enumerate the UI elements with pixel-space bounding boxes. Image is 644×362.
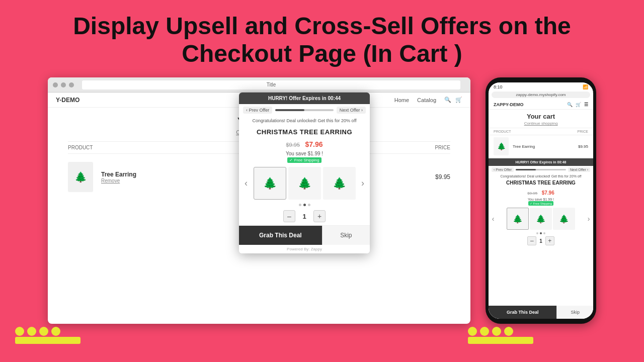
mobile-price-header: PRICE: [578, 130, 588, 133]
mobile-cart-title: Your cart: [489, 110, 593, 121]
yellow-bar-right: [468, 337, 533, 344]
mobile-popup-deal-text: Congratulations! Deal unlocked! Get this…: [489, 173, 593, 179]
carousel-img-1[interactable]: 🌲: [254, 167, 286, 200]
popup-original-price: $9.95: [286, 142, 300, 148]
browser-max-btn: [69, 82, 74, 87]
search-icon[interactable]: 🔍: [444, 97, 451, 103]
mobile-free-shipping-badge: ✓ Free Shipping: [528, 201, 553, 206]
prev-offer-btn[interactable]: ‹ Prev Offer: [243, 107, 272, 114]
mobile-upsell-popup: HURRY! Offer Expires in 00:48 ‹ Prev Off…: [489, 158, 593, 319]
mobile-carousel-next[interactable]: ›: [585, 215, 592, 223]
browser-url-bar[interactable]: Title: [82, 80, 460, 89]
popup-shipping: ✓ Free Shipping: [239, 156, 370, 164]
shop-nav-icons: 🔍 🛒: [444, 97, 462, 103]
carousel-img-2[interactable]: 🌲: [288, 167, 321, 200]
mobile-url-bar[interactable]: zappy-demo.myshopify.com: [492, 92, 590, 98]
mobile-dot-1: [536, 232, 538, 234]
mobile-item-image: 🌲: [494, 137, 509, 155]
popup-progress: [275, 109, 333, 111]
carousel-images: 🌲 🌲 🌲: [251, 167, 358, 200]
mobile-cart-table-header: PRODUCT PRICE: [489, 128, 593, 135]
next-offer-btn[interactable]: Next Offer ›: [337, 107, 366, 114]
popup-progress-fill: [275, 109, 304, 111]
dots-right: [468, 327, 513, 336]
mobile-time: 8:10: [494, 84, 503, 89]
carousel-dot-3: [308, 204, 310, 206]
mobile-prev-offer-btn[interactable]: ‹ Prev Offer: [492, 167, 514, 172]
mobile-carousel-images: 🌲 🌲 🌲: [497, 208, 585, 230]
skip-btn[interactable]: Skip: [322, 226, 370, 245]
qty-plus-btn[interactable]: +: [313, 210, 326, 222]
mobile-url-text: zappy-demo.myshopify.com: [516, 93, 566, 97]
mobile-popup-original-price: $9.95: [527, 191, 537, 196]
mobile-carousel-img-2[interactable]: 🌲: [530, 208, 552, 230]
mobile-dot-2: [540, 232, 542, 234]
upsell-popup: HURRY! Offer Expires in 00:44 ‹ Prev Off…: [239, 93, 370, 253]
mobile-carousel-img-1[interactable]: 🌲: [507, 208, 529, 230]
powered-by: Powered By: Zappy: [239, 245, 370, 253]
mobile-grab-deal-btn[interactable]: Grab This Deal: [489, 306, 556, 319]
mobile-signal-icons: 📶: [583, 84, 588, 89]
mobile-carousel-prev[interactable]: ‹: [490, 215, 497, 223]
shop-nav-links: Home Catalog: [394, 97, 436, 103]
dots-left: [15, 327, 60, 336]
mobile-popup-sale-price: $7.96: [542, 190, 554, 196]
nav-home[interactable]: Home: [394, 97, 409, 103]
mobile-product-header: PRODUCT: [494, 130, 511, 133]
popup-carousel: ‹ 🌲 🌲 🌲 ›: [239, 164, 370, 203]
mobile-screen: 8:10 📶 zappy-demo.myshopify.com ZAPPY-DE…: [489, 82, 593, 319]
browser-url-text: Title: [267, 82, 276, 87]
mobile-popup-timer: HURRY! Offer Expires in 00:48: [489, 158, 593, 166]
popup-deal-text: Congratulations! Deal unlocked! Get this…: [239, 116, 370, 126]
mobile-cart-icon[interactable]: 🛒: [576, 102, 581, 107]
mobile-carousel: ‹ 🌲 🌲 🌲 ›: [489, 206, 593, 232]
carousel-dots: [239, 203, 370, 207]
carousel-img-3[interactable]: 🌲: [323, 167, 356, 200]
carousel-next-arrow[interactable]: ›: [358, 178, 368, 189]
mobile-quantity: – 1 +: [489, 235, 593, 247]
cart-item-details: Tree Earring Remove: [101, 171, 136, 184]
mobile-popup-product-title: CHRISTMAS TREE EARRING: [489, 179, 593, 187]
item-emoji: 🌲: [74, 171, 87, 183]
mobile-skip-btn[interactable]: Skip: [556, 306, 593, 319]
mobile-cart-sub[interactable]: Continue shopping: [489, 121, 593, 126]
popup-nav-bar: ‹ Prev Offer Next Offer ›: [239, 104, 370, 116]
page-title: Display Upsell and Cross-Sell Offers on …: [30, 12, 614, 67]
page-header: Display Upsell and Cross-Sell Offers on …: [0, 0, 644, 77]
mobile-item-emoji: 🌲: [497, 142, 506, 150]
mobile-item-price: $9.95: [578, 144, 588, 149]
cart-item-remove[interactable]: Remove: [101, 178, 136, 184]
mobile-item-name: Tree Earring: [513, 144, 535, 149]
popup-prices: $9.95 $7.96: [239, 138, 370, 151]
main-content: Title Y-DEMO Home Catalog 🔍 🛒 Your cart …: [0, 77, 644, 324]
grab-deal-btn[interactable]: Grab This Deal: [239, 226, 322, 245]
mobile-popup-prices: $9.95 $7.96: [489, 187, 593, 198]
popup-product-title: CHRISTMAS TREE EARRING: [239, 126, 370, 138]
mobile-next-offer-btn[interactable]: Next Offer ›: [568, 167, 590, 172]
cart-icon[interactable]: 🛒: [455, 97, 462, 103]
mobile-popup-shipping: ✓ Free Shipping: [489, 201, 593, 206]
nav-catalog[interactable]: Catalog: [417, 97, 436, 103]
yellow-bar-left: [15, 337, 80, 344]
mobile-popup-nav: ‹ Prev Offer Next Offer ›: [489, 166, 593, 173]
mobile-menu-icon[interactable]: ☰: [584, 102, 588, 107]
mobile-shop-logo: ZAPPY-DEMO: [494, 102, 524, 107]
mobile-popup-progress-fill: [516, 169, 536, 170]
carousel-prev-arrow[interactable]: ‹: [241, 178, 251, 189]
carousel-dot-2: [303, 204, 306, 206]
popup-timer: HURRY! Offer Expires in 00:44: [239, 93, 370, 104]
cart-item-price: $9.95: [435, 173, 450, 180]
mobile-qty-plus[interactable]: +: [545, 236, 554, 245]
browser-close-btn: [53, 82, 58, 87]
mobile-popup-progress: [516, 169, 566, 170]
cart-item-name: Tree Earring: [101, 171, 136, 178]
price-header: PRICE: [435, 145, 450, 150]
mobile-search-icon[interactable]: 🔍: [567, 102, 573, 107]
mobile-carousel-img-3[interactable]: 🌲: [553, 208, 575, 230]
cart-item-image: 🌲: [68, 162, 93, 192]
browser-min-btn: [61, 82, 66, 87]
popup-sale-price: $7.96: [305, 140, 323, 148]
qty-minus-btn[interactable]: –: [283, 210, 295, 222]
popup-actions: Grab This Deal Skip: [239, 225, 370, 245]
mobile-qty-minus[interactable]: –: [527, 236, 536, 245]
